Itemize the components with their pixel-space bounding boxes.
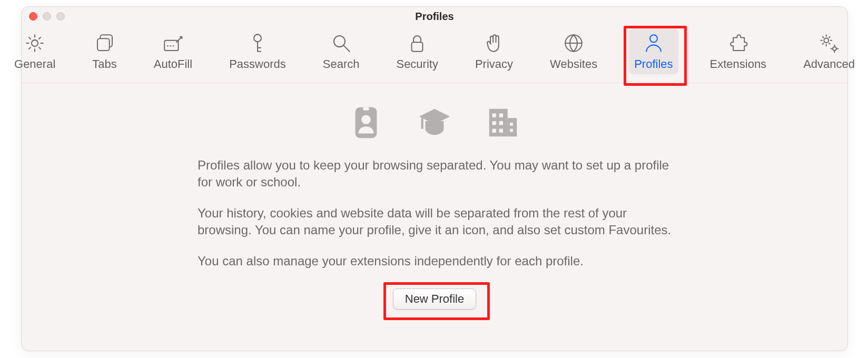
titlebar: Profiles: [22, 7, 847, 26]
badge-icon: [348, 104, 384, 141]
lock-icon: [406, 32, 428, 54]
globe-icon: [563, 32, 585, 54]
window-title: Profiles: [22, 11, 847, 23]
tab-passwords[interactable]: Passwords: [224, 29, 291, 74]
svg-rect-24: [510, 123, 513, 126]
tab-advanced[interactable]: Advanced: [798, 29, 860, 74]
graduation-icon: [416, 104, 453, 141]
gears-icon: [818, 32, 840, 54]
tab-tabs[interactable]: Tabs: [87, 29, 122, 74]
window-minimize-button[interactable]: [43, 12, 51, 21]
tab-search[interactable]: Search: [318, 29, 365, 74]
tab-privacy[interactable]: Privacy: [470, 29, 518, 74]
hand-icon: [483, 32, 505, 54]
svg-rect-17: [508, 118, 517, 136]
svg-point-4: [170, 45, 172, 47]
profile-icon: [643, 32, 665, 54]
window-close-button[interactable]: [29, 12, 37, 21]
svg-rect-19: [499, 114, 503, 117]
new-profile-button[interactable]: New Profile: [393, 289, 476, 310]
svg-point-5: [173, 45, 174, 47]
svg-point-14: [361, 115, 371, 124]
tab-label: Websites: [550, 57, 597, 71]
svg-rect-22: [492, 129, 496, 133]
tab-label: AutoFill: [154, 57, 192, 71]
profiles-description-1: Profiles allow you to keep your browsing…: [198, 157, 672, 191]
tab-profiles[interactable]: Profiles: [629, 29, 678, 74]
svg-point-3: [167, 45, 169, 47]
svg-rect-23: [499, 129, 503, 133]
tab-label: Tabs: [92, 57, 116, 71]
svg-rect-16: [489, 109, 508, 137]
svg-rect-15: [363, 107, 369, 111]
profiles-description-3: You can also manage your extensions inde…: [198, 253, 672, 270]
tab-security[interactable]: Security: [391, 29, 443, 74]
tab-websites[interactable]: Websites: [545, 29, 603, 74]
autofill-icon: [162, 32, 184, 54]
tab-label: Extensions: [710, 57, 767, 71]
svg-rect-20: [492, 121, 496, 125]
tab-extensions[interactable]: Extensions: [705, 29, 772, 74]
svg-rect-8: [412, 42, 423, 52]
profiles-description-2: Your history, cookies and website data w…: [198, 205, 672, 239]
puzzle-icon: [727, 32, 749, 54]
tab-label: Profiles: [634, 57, 673, 71]
svg-point-10: [650, 35, 657, 42]
tabs-icon: [94, 32, 116, 54]
search-icon: [330, 32, 352, 54]
tab-label: Advanced: [803, 57, 855, 71]
svg-rect-1: [97, 38, 110, 51]
profiles-content: Profiles allow you to keep your browsing…: [22, 83, 847, 358]
svg-point-6: [254, 34, 261, 42]
svg-point-0: [32, 40, 38, 46]
key-icon: [246, 32, 269, 54]
svg-point-11: [824, 38, 828, 43]
building-icon: [485, 104, 521, 141]
tab-label: Security: [396, 57, 438, 71]
preferences-toolbar: General Tabs AutoFill Pass: [22, 26, 847, 83]
window-zoom-button[interactable]: [56, 12, 65, 21]
window-controls: [29, 12, 65, 21]
gear-icon: [24, 32, 46, 54]
svg-rect-18: [492, 114, 496, 117]
profiles-hero-icons: [348, 104, 521, 141]
tab-label: Passwords: [229, 57, 286, 71]
tab-label: Search: [323, 57, 360, 71]
svg-rect-21: [499, 121, 503, 125]
tab-label: General: [14, 57, 55, 71]
tab-label: Privacy: [475, 57, 513, 71]
svg-rect-25: [510, 129, 513, 132]
tab-general[interactable]: General: [9, 29, 61, 74]
tab-autofill[interactable]: AutoFill: [149, 29, 198, 74]
svg-point-12: [833, 47, 836, 51]
